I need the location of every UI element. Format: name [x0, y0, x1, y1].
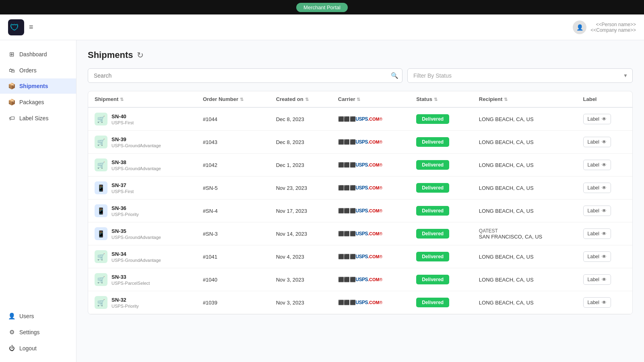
shipment-info: SN-35 USPS-GroundAdvantage — [111, 228, 161, 240]
usps-trademark: ® — [380, 163, 382, 167]
shipment-id[interactable]: SN-37 — [111, 182, 134, 188]
sort-icon[interactable]: ⇅ — [357, 97, 360, 102]
sort-icon[interactable]: ⇅ — [240, 97, 244, 102]
usps-logo: ⬛⬛⬛USPS .COM ® — [338, 162, 403, 168]
shipment-cell-SN-39: 🛒 SN-39 USPS-GroundAdvantage — [88, 131, 196, 154]
settings-icon: ⚙ — [8, 329, 15, 336]
sidebar-bottom: 👤Users⚙Settings⏻Logout — [0, 309, 76, 356]
usps-com-text: .COM — [368, 117, 380, 121]
logo-area: 🛡 — [8, 19, 24, 35]
shipment-info: SN-40 USPS-First — [111, 113, 134, 125]
label-button[interactable]: Label 👁 — [583, 297, 611, 308]
shipment-service: USPS-GroundAdvantage — [111, 235, 161, 240]
shipment-id[interactable]: SN-35 — [111, 228, 161, 234]
usps-text: ⬛⬛⬛USPS — [338, 277, 368, 282]
sidebar-item-settings[interactable]: ⚙Settings — [0, 325, 76, 340]
label-button[interactable]: Label 👁 — [583, 114, 611, 124]
sort-icon[interactable]: ⇅ — [434, 97, 438, 102]
usps-trademark: ® — [380, 140, 382, 144]
shipment-info: SN-36 USPS-Priority — [111, 205, 139, 217]
refresh-icon[interactable]: ↻ — [137, 50, 144, 60]
sort-icon[interactable]: ⇅ — [504, 97, 508, 102]
label-cell: Label 👁 — [577, 131, 632, 154]
hamburger-icon[interactable]: ≡ — [29, 23, 33, 31]
label-button[interactable]: Label 👁 — [583, 137, 611, 147]
shipment-icon: 📱 — [95, 227, 107, 240]
recipient-cell: LONG BEACH, CA, US — [473, 291, 577, 314]
sidebar-item-packages[interactable]: 📦Packages — [0, 95, 76, 110]
label-text: Label — [588, 162, 599, 168]
sidebar-item-dashboard[interactable]: ⊞Dashboard — [0, 47, 76, 62]
label-cell: Label 👁 — [577, 291, 632, 314]
status-cell: Delivered — [410, 222, 473, 245]
sidebar-item-shipments[interactable]: 📦Shipments — [0, 78, 76, 94]
search-icon[interactable]: 🔍 — [391, 72, 398, 79]
packages-icon: 📦 — [8, 99, 15, 106]
carrier-cell: ⬛⬛⬛USPS .COM ® — [332, 154, 410, 177]
label-text: Label — [588, 116, 599, 122]
table-row: 🛒 SN-32 USPS-Priority #1039Nov 3, 2023 ⬛… — [88, 291, 632, 314]
shipment-cell-SN-38: 🛒 SN-38 USPS-GroundAdvantage — [88, 154, 196, 177]
sidebar-label-dashboard: Dashboard — [19, 51, 47, 58]
users-icon: 👤 — [8, 313, 15, 320]
usps-trademark: ® — [380, 117, 382, 121]
sidebar-item-logout[interactable]: ⏻Logout — [0, 341, 76, 356]
sort-icon[interactable]: ⇅ — [120, 97, 124, 102]
shipment-id[interactable]: SN-34 — [111, 251, 161, 257]
recipient-cell: LONG BEACH, CA, US — [473, 268, 577, 291]
carrier-cell: ⬛⬛⬛USPS .COM ® — [332, 200, 410, 222]
header-right: 👤 <<Person name>> <<Company name>> — [573, 21, 636, 34]
shipment-id[interactable]: SN-36 — [111, 205, 139, 211]
created-on-cell: Nov 3, 2023 — [270, 268, 332, 291]
label-text: Label — [588, 185, 599, 191]
status-cell: Delivered — [410, 131, 473, 154]
sidebar-label-label-sizes: Label Sizes — [19, 115, 48, 121]
label-button[interactable]: Label 👁 — [583, 160, 611, 170]
label-button[interactable]: Label 👁 — [583, 183, 611, 193]
status-cell: Delivered — [410, 200, 473, 222]
label-button[interactable]: Label 👁 — [583, 228, 611, 239]
sort-icon[interactable]: ⇅ — [305, 97, 309, 102]
sidebar-label-users: Users — [19, 313, 34, 319]
merchant-portal-button[interactable]: Merchant Portal — [296, 3, 348, 12]
label-button[interactable]: Label 👁 — [583, 274, 611, 285]
eye-icon: 👁 — [602, 231, 607, 237]
table-row: 📱 SN-35 USPS-GroundAdvantage #SN-3Nov 14… — [88, 222, 632, 245]
shipment-service: USPS-First — [111, 120, 134, 125]
sidebar-item-orders[interactable]: 🛍Orders — [0, 63, 76, 78]
col-created-on: Created on⇅ — [270, 91, 332, 107]
shipment-id[interactable]: SN-38 — [111, 159, 161, 165]
order-number-cell: #1039 — [196, 291, 270, 314]
col-carrier: Carrier⇅ — [332, 91, 410, 107]
usps-logo: ⬛⬛⬛USPS .COM ® — [338, 116, 403, 122]
label-cell: Label 👁 — [577, 245, 632, 268]
table-row: 📱 SN-37 USPS-First #SN-5Nov 23, 2023 ⬛⬛⬛… — [88, 177, 632, 200]
col-order-number: Order Number⇅ — [196, 91, 270, 107]
sidebar-item-label-sizes[interactable]: 🏷Label Sizes — [0, 111, 76, 125]
label-cell: Label 👁 — [577, 200, 632, 222]
search-input[interactable] — [88, 68, 402, 83]
eye-icon: 👁 — [602, 208, 607, 214]
recipient-cell: LONG BEACH, CA, US — [473, 107, 577, 131]
table-row: 🛒 SN-38 USPS-GroundAdvantage #1042Dec 1,… — [88, 154, 632, 177]
label-button[interactable]: Label 👁 — [583, 251, 611, 262]
usps-text: ⬛⬛⬛USPS — [338, 185, 368, 191]
shipment-id[interactable]: SN-39 — [111, 136, 161, 142]
sidebar-item-users[interactable]: 👤Users — [0, 309, 76, 324]
header: 🛡 ≡ 👤 <<Person name>> <<Company name>> — [0, 14, 644, 40]
status-filter-select[interactable]: Filter By StatusAllDeliveredIn TransitPe… — [407, 68, 633, 83]
shipment-id[interactable]: SN-40 — [111, 113, 134, 119]
orders-icon: 🛍 — [8, 67, 15, 74]
shipment-id[interactable]: SN-32 — [111, 297, 139, 303]
logout-icon: ⏻ — [8, 345, 15, 352]
shipment-cell-SN-35: 📱 SN-35 USPS-GroundAdvantage — [88, 222, 196, 245]
shipment-cell-SN-36: 📱 SN-36 USPS-Priority — [88, 200, 196, 222]
shipment-service: USPS-Priority — [111, 212, 139, 217]
shipment-icon: 🛒 — [95, 250, 107, 263]
shipment-info: SN-33 USPS-ParcelSelect — [111, 274, 150, 286]
shipment-id[interactable]: SN-33 — [111, 274, 150, 280]
label-button[interactable]: Label 👁 — [583, 206, 611, 216]
topbar: Merchant Portal — [0, 0, 644, 14]
logo-icon: 🛡 — [8, 19, 24, 35]
carrier-cell: ⬛⬛⬛USPS .COM ® — [332, 245, 410, 268]
